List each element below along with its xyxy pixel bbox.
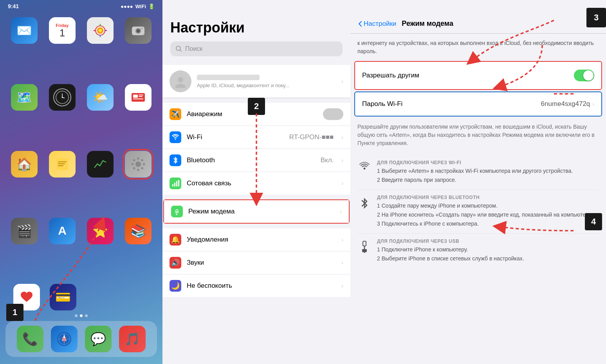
back-label: Настройки bbox=[364, 20, 396, 28]
usb-step1: 1 Подключите iPhone к компьютеру. bbox=[377, 246, 599, 254]
allow-toggle[interactable] bbox=[574, 70, 594, 81]
app-itunes[interactable]: ⭐ bbox=[85, 218, 116, 278]
svg-line-41 bbox=[180, 50, 182, 52]
app-mail[interactable]: ✉️ bbox=[9, 17, 40, 77]
cellular-row-icon bbox=[170, 178, 181, 189]
app-notes[interactable] bbox=[47, 151, 78, 211]
svg-rect-16 bbox=[133, 95, 138, 98]
app-appstore[interactable]: A bbox=[47, 218, 78, 278]
dock: 📞 💬 🎵 bbox=[5, 321, 157, 357]
home-screen: 9:41 ●●●● WiFi 🔋 ✉️ Friday 1 bbox=[0, 0, 162, 364]
dot-active bbox=[80, 314, 83, 317]
account-row[interactable]: Apple ID, iCloud, медиаконтент и поку...… bbox=[162, 65, 350, 98]
itunes-icon: ⭐ bbox=[87, 218, 114, 244]
clock-icon bbox=[49, 84, 76, 111]
svg-text:A: A bbox=[58, 224, 67, 237]
app-clips[interactable]: 🎬 bbox=[9, 218, 40, 278]
row-notifications-label: Уведомления bbox=[187, 236, 336, 244]
svg-point-24 bbox=[135, 161, 141, 167]
hotspot-header: Настройки Режим модема bbox=[350, 0, 606, 34]
usb-connection-method: ДЛЯ ПОДКЛЮЧЕНИЯ ЧЕРЕЗ USB 1 Подключите i… bbox=[357, 234, 599, 268]
app-ibooks[interactable]: 📚 bbox=[123, 218, 154, 278]
row-sounds[interactable]: 🔊 Звуки › bbox=[162, 251, 350, 274]
usb-conn-title: ДЛЯ ПОДКЛЮЧЕНИЯ ЧЕРЕЗ USB bbox=[377, 238, 599, 244]
row-hotspot[interactable]: Режим модема › bbox=[164, 200, 349, 223]
svg-line-29 bbox=[133, 160, 135, 161]
svg-rect-50 bbox=[363, 241, 366, 246]
wifi-status-icon: WiFi bbox=[135, 4, 146, 9]
app-maps[interactable]: 🗺️ bbox=[9, 84, 40, 144]
svg-point-42 bbox=[178, 77, 183, 82]
app-weather[interactable]: 🌤️ bbox=[85, 84, 116, 144]
wifi-row-icon bbox=[170, 131, 181, 143]
svg-rect-17 bbox=[139, 95, 143, 95]
svg-rect-52 bbox=[362, 249, 367, 252]
signal-icon: ●●●● bbox=[121, 4, 133, 9]
hotspot-title: Режим модема bbox=[402, 20, 453, 28]
svg-line-30 bbox=[142, 168, 143, 169]
app-settings[interactable] bbox=[123, 151, 154, 211]
wifi-pw-chevron: › bbox=[592, 101, 594, 107]
svg-point-2 bbox=[99, 29, 102, 32]
step4-badge: 4 bbox=[585, 213, 602, 230]
status-indicators: ●●●● WiFi 🔋 bbox=[121, 4, 155, 9]
dock-safari[interactable] bbox=[51, 326, 78, 352]
svg-point-48 bbox=[176, 210, 178, 212]
bt-step2: 2 На iPhone коснитесь «Создать пару» или… bbox=[377, 211, 599, 219]
row-notifications[interactable]: 🔔 Уведомления › bbox=[162, 228, 350, 251]
svg-line-32 bbox=[133, 168, 135, 169]
allow-others-row[interactable]: Разрешать другим bbox=[355, 63, 601, 88]
camera-icon bbox=[125, 17, 152, 44]
hotspot-row-icon bbox=[171, 206, 183, 217]
notes-icon bbox=[49, 151, 76, 178]
dot bbox=[75, 314, 78, 317]
app-photos[interactable] bbox=[85, 17, 116, 77]
hotspot-description: Разрешайте другим пользователям или устр… bbox=[350, 118, 606, 152]
app-stocks[interactable] bbox=[85, 151, 116, 211]
hotspot-content: к интернету на устройствах, на которых в… bbox=[350, 34, 606, 364]
svg-point-49 bbox=[364, 168, 366, 170]
row-bluetooth-value: Вкл. bbox=[321, 156, 334, 164]
hotspot-panel-wrapper: Настройки Режим модема к интернету на ус… bbox=[350, 0, 606, 364]
svg-rect-47 bbox=[178, 180, 179, 186]
wifi-password-row[interactable]: Пароль Wi-Fi 6nume4sxg472q › bbox=[355, 94, 601, 114]
usb-connection-text: ДЛЯ ПОДКЛЮЧЕНИЯ ЧЕРЕЗ USB 1 Подключите i… bbox=[377, 238, 599, 264]
bt-connection-method: ДЛЯ ПОДКЛЮЧЕНИЯ ЧЕРЕЗ BLUETOOTH 1 Создай… bbox=[357, 190, 599, 234]
svg-rect-10 bbox=[141, 28, 143, 29]
clips-icon: 🎬 bbox=[11, 218, 38, 244]
row-cellular[interactable]: Сотовая связь › bbox=[162, 172, 350, 195]
app-clock[interactable] bbox=[47, 84, 78, 144]
svg-rect-18 bbox=[139, 96, 142, 97]
row-cellular-label: Сотовая связь bbox=[187, 179, 336, 187]
wifi-password-section: Пароль Wi-Fi 6nume4sxg472q › bbox=[354, 91, 602, 117]
dock-music[interactable]: 🎵 bbox=[119, 326, 146, 352]
account-sub: Apple ID, iCloud, медиаконтент и поку... bbox=[197, 82, 336, 88]
allow-label: Разрешать другим bbox=[362, 72, 574, 79]
wifi-conn-title: ДЛЯ ПОДКЛЮЧЕНИЯ ЧЕРЕЗ WI-FI bbox=[377, 160, 599, 165]
svg-rect-23 bbox=[58, 165, 63, 166]
search-bar[interactable]: Поиск bbox=[170, 41, 343, 56]
row-dnd-label: Не беспокоить bbox=[187, 282, 336, 290]
dnd-row-icon: 🌙 bbox=[170, 280, 181, 292]
row-dnd[interactable]: 🌙 Не беспокоить › bbox=[162, 274, 350, 297]
wifi-chevron: › bbox=[341, 134, 343, 140]
app-camera[interactable] bbox=[123, 17, 154, 77]
app-calendar[interactable]: Friday 1 bbox=[47, 17, 78, 77]
app-news[interactable] bbox=[123, 84, 154, 144]
home-icon: 🏠 bbox=[11, 151, 38, 178]
row-bluetooth[interactable]: Bluetooth Вкл. › bbox=[162, 149, 350, 172]
back-button[interactable]: Настройки bbox=[358, 20, 396, 28]
bt-step1: 1 Создайте пару между iPhone и компьютер… bbox=[377, 202, 599, 210]
wifi-connection-text: ДЛЯ ПОДКЛЮЧЕНИЯ ЧЕРЕЗ WI-FI 1 Выберите «… bbox=[377, 160, 599, 185]
dock-messages[interactable]: 💬 bbox=[85, 326, 112, 352]
hotspot-section: Режим модема › bbox=[163, 199, 350, 224]
app-home[interactable]: 🏠 bbox=[9, 151, 40, 211]
mail-icon: ✉️ bbox=[11, 17, 38, 44]
airplane-toggle[interactable] bbox=[323, 108, 343, 120]
row-wifi[interactable]: Wi-Fi RT-GPON-■■■ › bbox=[162, 126, 350, 149]
wifi-pw-label: Пароль Wi-Fi bbox=[362, 100, 541, 108]
dock-phone[interactable]: 📞 bbox=[17, 326, 43, 352]
app-grid: ✉️ Friday 1 bbox=[0, 11, 162, 284]
app-wallet[interactable]: 💳 bbox=[50, 284, 76, 310]
appstore-icon: A bbox=[49, 218, 76, 244]
